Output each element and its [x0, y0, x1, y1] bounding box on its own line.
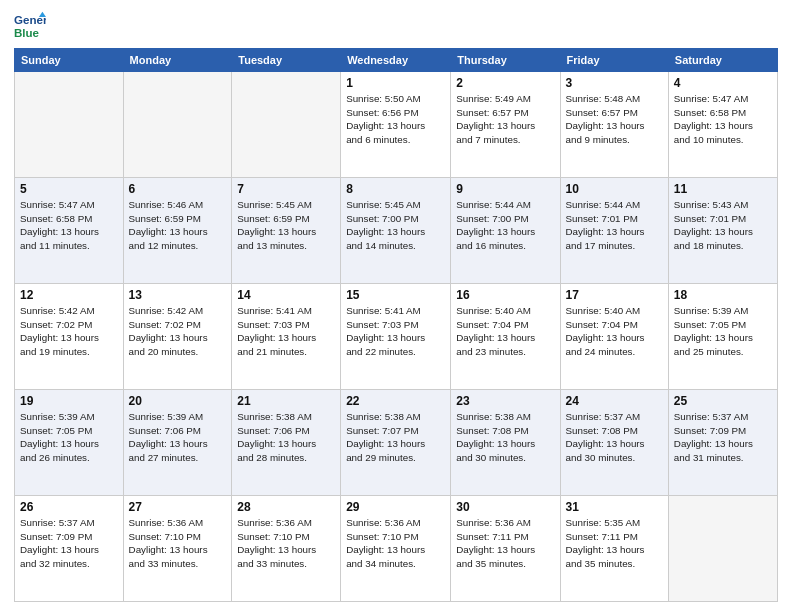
day-number: 24	[566, 394, 663, 408]
day-info: Sunrise: 5:37 AM Sunset: 7:09 PM Dayligh…	[674, 410, 772, 465]
calendar-cell: 26Sunrise: 5:37 AM Sunset: 7:09 PM Dayli…	[15, 496, 124, 602]
day-info: Sunrise: 5:36 AM Sunset: 7:11 PM Dayligh…	[456, 516, 554, 571]
calendar-cell: 5Sunrise: 5:47 AM Sunset: 6:58 PM Daylig…	[15, 178, 124, 284]
calendar-week-row: 12Sunrise: 5:42 AM Sunset: 7:02 PM Dayli…	[15, 284, 778, 390]
calendar-cell: 14Sunrise: 5:41 AM Sunset: 7:03 PM Dayli…	[232, 284, 341, 390]
day-number: 17	[566, 288, 663, 302]
day-number: 16	[456, 288, 554, 302]
day-info: Sunrise: 5:40 AM Sunset: 7:04 PM Dayligh…	[566, 304, 663, 359]
day-info: Sunrise: 5:49 AM Sunset: 6:57 PM Dayligh…	[456, 92, 554, 147]
day-number: 6	[129, 182, 227, 196]
day-info: Sunrise: 5:42 AM Sunset: 7:02 PM Dayligh…	[20, 304, 118, 359]
day-number: 7	[237, 182, 335, 196]
day-number: 12	[20, 288, 118, 302]
weekday-header-thursday: Thursday	[451, 49, 560, 72]
calendar-cell: 11Sunrise: 5:43 AM Sunset: 7:01 PM Dayli…	[668, 178, 777, 284]
day-number: 14	[237, 288, 335, 302]
calendar-cell	[15, 72, 124, 178]
header: General Blue	[14, 10, 778, 42]
calendar-cell	[232, 72, 341, 178]
day-number: 1	[346, 76, 445, 90]
day-info: Sunrise: 5:37 AM Sunset: 7:09 PM Dayligh…	[20, 516, 118, 571]
day-info: Sunrise: 5:46 AM Sunset: 6:59 PM Dayligh…	[129, 198, 227, 253]
day-number: 2	[456, 76, 554, 90]
day-info: Sunrise: 5:38 AM Sunset: 7:08 PM Dayligh…	[456, 410, 554, 465]
weekday-header-monday: Monday	[123, 49, 232, 72]
day-info: Sunrise: 5:45 AM Sunset: 7:00 PM Dayligh…	[346, 198, 445, 253]
calendar-cell	[668, 496, 777, 602]
day-number: 8	[346, 182, 445, 196]
calendar-cell: 29Sunrise: 5:36 AM Sunset: 7:10 PM Dayli…	[341, 496, 451, 602]
day-number: 19	[20, 394, 118, 408]
day-info: Sunrise: 5:38 AM Sunset: 7:06 PM Dayligh…	[237, 410, 335, 465]
day-number: 26	[20, 500, 118, 514]
calendar-cell: 6Sunrise: 5:46 AM Sunset: 6:59 PM Daylig…	[123, 178, 232, 284]
day-info: Sunrise: 5:43 AM Sunset: 7:01 PM Dayligh…	[674, 198, 772, 253]
day-info: Sunrise: 5:42 AM Sunset: 7:02 PM Dayligh…	[129, 304, 227, 359]
calendar-cell: 28Sunrise: 5:36 AM Sunset: 7:10 PM Dayli…	[232, 496, 341, 602]
day-number: 31	[566, 500, 663, 514]
day-number: 21	[237, 394, 335, 408]
calendar-cell: 17Sunrise: 5:40 AM Sunset: 7:04 PM Dayli…	[560, 284, 668, 390]
day-info: Sunrise: 5:44 AM Sunset: 7:01 PM Dayligh…	[566, 198, 663, 253]
calendar-week-row: 26Sunrise: 5:37 AM Sunset: 7:09 PM Dayli…	[15, 496, 778, 602]
day-info: Sunrise: 5:41 AM Sunset: 7:03 PM Dayligh…	[237, 304, 335, 359]
calendar-cell: 2Sunrise: 5:49 AM Sunset: 6:57 PM Daylig…	[451, 72, 560, 178]
logo: General Blue	[14, 10, 52, 42]
day-info: Sunrise: 5:35 AM Sunset: 7:11 PM Dayligh…	[566, 516, 663, 571]
weekday-header-sunday: Sunday	[15, 49, 124, 72]
day-number: 25	[674, 394, 772, 408]
calendar-week-row: 19Sunrise: 5:39 AM Sunset: 7:05 PM Dayli…	[15, 390, 778, 496]
calendar-table: SundayMondayTuesdayWednesdayThursdayFrid…	[14, 48, 778, 602]
calendar-cell: 21Sunrise: 5:38 AM Sunset: 7:06 PM Dayli…	[232, 390, 341, 496]
calendar-cell: 25Sunrise: 5:37 AM Sunset: 7:09 PM Dayli…	[668, 390, 777, 496]
calendar-cell: 8Sunrise: 5:45 AM Sunset: 7:00 PM Daylig…	[341, 178, 451, 284]
calendar-cell: 10Sunrise: 5:44 AM Sunset: 7:01 PM Dayli…	[560, 178, 668, 284]
day-number: 27	[129, 500, 227, 514]
calendar-cell: 30Sunrise: 5:36 AM Sunset: 7:11 PM Dayli…	[451, 496, 560, 602]
day-number: 18	[674, 288, 772, 302]
calendar-cell: 23Sunrise: 5:38 AM Sunset: 7:08 PM Dayli…	[451, 390, 560, 496]
day-number: 28	[237, 500, 335, 514]
day-info: Sunrise: 5:38 AM Sunset: 7:07 PM Dayligh…	[346, 410, 445, 465]
weekday-header-row: SundayMondayTuesdayWednesdayThursdayFrid…	[15, 49, 778, 72]
svg-text:Blue: Blue	[14, 27, 40, 39]
day-info: Sunrise: 5:44 AM Sunset: 7:00 PM Dayligh…	[456, 198, 554, 253]
weekday-header-wednesday: Wednesday	[341, 49, 451, 72]
day-number: 15	[346, 288, 445, 302]
day-info: Sunrise: 5:39 AM Sunset: 7:05 PM Dayligh…	[20, 410, 118, 465]
day-info: Sunrise: 5:36 AM Sunset: 7:10 PM Dayligh…	[346, 516, 445, 571]
calendar-cell	[123, 72, 232, 178]
page: General Blue SundayMondayTuesdayWednesda…	[0, 0, 792, 612]
weekday-header-saturday: Saturday	[668, 49, 777, 72]
logo-icon: General Blue	[14, 10, 46, 42]
day-number: 10	[566, 182, 663, 196]
day-info: Sunrise: 5:41 AM Sunset: 7:03 PM Dayligh…	[346, 304, 445, 359]
day-number: 22	[346, 394, 445, 408]
day-info: Sunrise: 5:36 AM Sunset: 7:10 PM Dayligh…	[129, 516, 227, 571]
calendar-cell: 24Sunrise: 5:37 AM Sunset: 7:08 PM Dayli…	[560, 390, 668, 496]
day-number: 29	[346, 500, 445, 514]
day-info: Sunrise: 5:45 AM Sunset: 6:59 PM Dayligh…	[237, 198, 335, 253]
day-number: 23	[456, 394, 554, 408]
day-number: 5	[20, 182, 118, 196]
calendar-cell: 15Sunrise: 5:41 AM Sunset: 7:03 PM Dayli…	[341, 284, 451, 390]
weekday-header-friday: Friday	[560, 49, 668, 72]
day-number: 9	[456, 182, 554, 196]
calendar-cell: 16Sunrise: 5:40 AM Sunset: 7:04 PM Dayli…	[451, 284, 560, 390]
day-number: 11	[674, 182, 772, 196]
calendar-cell: 13Sunrise: 5:42 AM Sunset: 7:02 PM Dayli…	[123, 284, 232, 390]
day-number: 20	[129, 394, 227, 408]
day-info: Sunrise: 5:40 AM Sunset: 7:04 PM Dayligh…	[456, 304, 554, 359]
calendar-cell: 7Sunrise: 5:45 AM Sunset: 6:59 PM Daylig…	[232, 178, 341, 284]
day-info: Sunrise: 5:50 AM Sunset: 6:56 PM Dayligh…	[346, 92, 445, 147]
calendar-cell: 4Sunrise: 5:47 AM Sunset: 6:58 PM Daylig…	[668, 72, 777, 178]
day-info: Sunrise: 5:36 AM Sunset: 7:10 PM Dayligh…	[237, 516, 335, 571]
calendar-cell: 20Sunrise: 5:39 AM Sunset: 7:06 PM Dayli…	[123, 390, 232, 496]
calendar-week-row: 5Sunrise: 5:47 AM Sunset: 6:58 PM Daylig…	[15, 178, 778, 284]
weekday-header-tuesday: Tuesday	[232, 49, 341, 72]
day-number: 30	[456, 500, 554, 514]
day-info: Sunrise: 5:47 AM Sunset: 6:58 PM Dayligh…	[20, 198, 118, 253]
calendar-cell: 31Sunrise: 5:35 AM Sunset: 7:11 PM Dayli…	[560, 496, 668, 602]
day-info: Sunrise: 5:37 AM Sunset: 7:08 PM Dayligh…	[566, 410, 663, 465]
